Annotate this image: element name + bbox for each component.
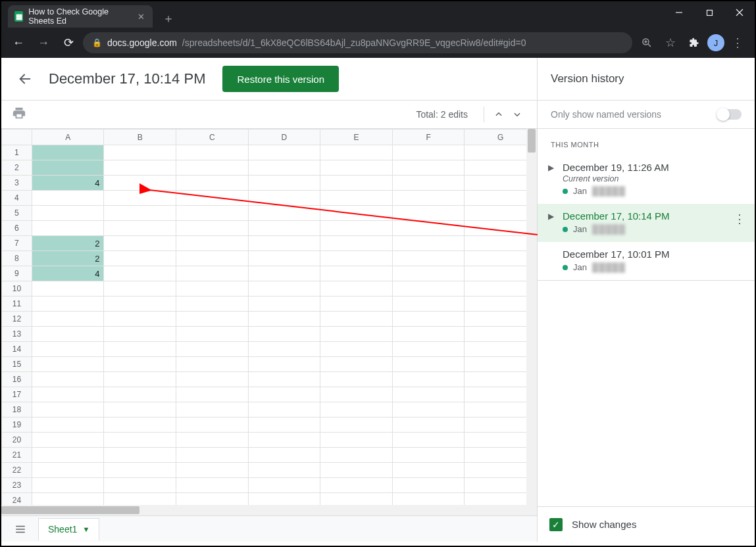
bookmark-star-icon[interactable]: ☆ (660, 32, 681, 53)
cell[interactable] (104, 402, 176, 417)
cell[interactable] (320, 463, 393, 478)
cell[interactable] (176, 372, 249, 387)
cell[interactable] (104, 251, 176, 266)
cell[interactable] (320, 281, 393, 297)
browser-tab[interactable]: ▦ How to Check Google Sheets Ed ✕ (8, 5, 153, 28)
row-header[interactable]: 5 (2, 206, 32, 221)
cell[interactable] (320, 402, 393, 417)
cell-highlighted[interactable]: 2 (32, 251, 104, 266)
version-item[interactable]: December 17, 10:01 PMJan█████ (538, 242, 755, 280)
cell[interactable] (32, 191, 104, 206)
cell[interactable] (320, 236, 393, 251)
cell[interactable] (176, 342, 249, 357)
cell[interactable] (320, 433, 393, 448)
cell[interactable] (32, 433, 104, 448)
cell[interactable] (104, 297, 176, 312)
cell[interactable] (32, 357, 104, 372)
cell[interactable] (176, 176, 249, 191)
address-bar[interactable]: 🔒 docs.google.com/spreadsheets/d/1_6kX8e… (83, 32, 632, 53)
cell[interactable] (32, 221, 104, 236)
page-zoom-icon[interactable] (636, 32, 657, 53)
cell[interactable] (248, 206, 320, 221)
cell[interactable] (104, 342, 176, 357)
cell[interactable] (320, 221, 393, 236)
cell[interactable] (104, 433, 176, 448)
cell[interactable] (104, 463, 176, 478)
cell[interactable] (32, 327, 104, 342)
cell[interactable] (392, 327, 465, 342)
row-header[interactable]: 20 (2, 433, 32, 448)
cell[interactable] (320, 327, 393, 342)
print-icon[interactable] (12, 106, 26, 124)
cell[interactable] (320, 312, 393, 327)
cell[interactable] (392, 176, 465, 191)
cell[interactable] (32, 387, 104, 402)
version-expand-icon[interactable]: ▶ (548, 163, 556, 172)
cell[interactable] (320, 448, 393, 463)
row-header[interactable]: 2 (2, 160, 32, 176)
cell[interactable] (32, 281, 104, 297)
column-header[interactable]: F (392, 130, 465, 145)
cell[interactable] (176, 387, 249, 402)
cell[interactable] (248, 463, 320, 478)
row-header[interactable]: 1 (2, 145, 32, 160)
column-header[interactable]: E (320, 130, 393, 145)
cell[interactable] (248, 357, 320, 372)
cell[interactable] (104, 221, 176, 236)
row-header[interactable]: 10 (2, 281, 32, 297)
cell[interactable] (176, 251, 249, 266)
cell[interactable] (392, 448, 465, 463)
row-header[interactable]: 21 (2, 448, 32, 463)
row-header[interactable]: 15 (2, 357, 32, 372)
cell[interactable] (104, 478, 176, 493)
cell[interactable] (32, 448, 104, 463)
cell[interactable] (248, 160, 320, 176)
prev-edit-button[interactable] (490, 105, 508, 124)
cell[interactable] (32, 402, 104, 417)
cell[interactable] (104, 145, 176, 160)
cell[interactable] (32, 372, 104, 387)
row-header[interactable]: 13 (2, 327, 32, 342)
cell[interactable] (392, 281, 465, 297)
cell[interactable] (176, 236, 249, 251)
cell[interactable] (320, 342, 393, 357)
extensions-icon[interactable] (684, 32, 705, 53)
cell[interactable] (176, 433, 249, 448)
cell[interactable] (176, 160, 249, 176)
cell[interactable] (32, 297, 104, 312)
cell[interactable] (104, 417, 176, 433)
named-versions-toggle[interactable] (718, 109, 742, 120)
next-edit-button[interactable] (508, 105, 526, 124)
row-header[interactable]: 23 (2, 478, 32, 493)
cell[interactable] (392, 206, 465, 221)
row-header[interactable]: 17 (2, 387, 32, 402)
nav-forward-icon[interactable]: → (33, 32, 54, 53)
cell[interactable] (104, 372, 176, 387)
version-item[interactable]: ▶December 17, 10:14 PMJan█████⋮ (538, 204, 755, 242)
row-header[interactable]: 3 (2, 176, 32, 191)
cell[interactable] (176, 478, 249, 493)
all-sheets-icon[interactable] (9, 518, 32, 540)
cell[interactable] (320, 357, 393, 372)
cell[interactable] (104, 281, 176, 297)
cell-highlighted[interactable] (32, 160, 104, 176)
cell[interactable] (248, 145, 320, 160)
row-header[interactable]: 18 (2, 402, 32, 417)
row-header[interactable]: 16 (2, 372, 32, 387)
cell[interactable] (32, 342, 104, 357)
row-header[interactable]: 12 (2, 312, 32, 327)
nav-back-icon[interactable]: ← (8, 32, 29, 53)
vertical-scrollbar[interactable] (526, 129, 537, 515)
tab-close-icon[interactable]: ✕ (138, 12, 145, 22)
window-minimize[interactable] (664, 1, 694, 24)
horizontal-scrollbar[interactable] (1, 505, 537, 515)
cell[interactable] (392, 266, 465, 281)
cell[interactable] (248, 221, 320, 236)
back-arrow-button[interactable] (12, 66, 38, 92)
row-header[interactable]: 8 (2, 251, 32, 266)
cell[interactable] (248, 281, 320, 297)
cell[interactable] (320, 145, 393, 160)
cell[interactable] (104, 160, 176, 176)
row-header[interactable]: 6 (2, 221, 32, 236)
cell[interactable] (248, 236, 320, 251)
